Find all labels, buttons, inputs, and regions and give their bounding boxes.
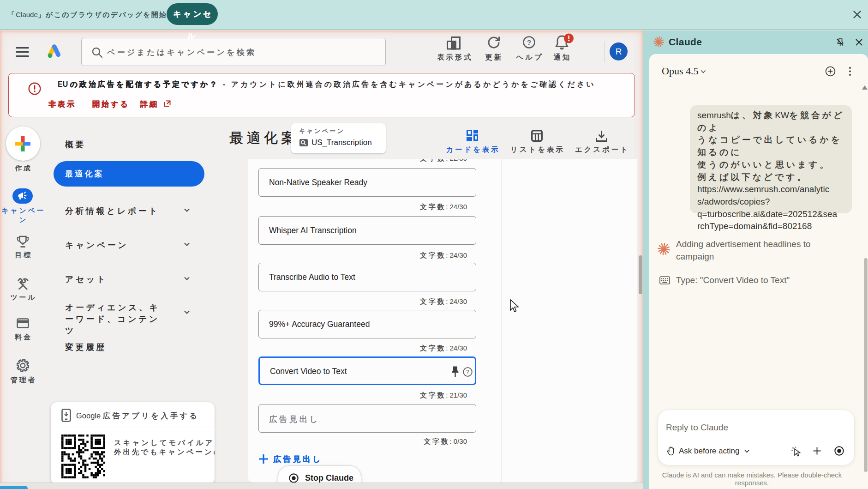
- svg-text:?: ?: [527, 38, 531, 46]
- svg-text:?: ?: [466, 369, 469, 375]
